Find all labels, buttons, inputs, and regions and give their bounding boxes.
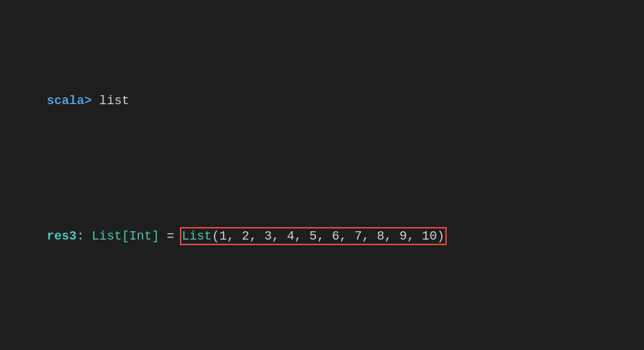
line-1: scala> list xyxy=(17,72,627,131)
cmd-list: list xyxy=(92,94,129,108)
res3-value-boxed: List(1, 2, 3, 4, 5, 6, 7, 8, 9, 10) xyxy=(182,229,445,243)
scala-prompt-1: scala> xyxy=(47,94,92,108)
res3-type: List[Int] xyxy=(84,229,159,243)
line-2: res3: List[Int] = List(1, 2, 3, 4, 5, 6,… xyxy=(17,208,627,266)
res3-eq: = xyxy=(159,229,174,243)
blank-1 xyxy=(17,343,627,350)
res3-label: res3: xyxy=(47,229,84,243)
code-display: scala> list res3: List[Int] = List(1, 2,… xyxy=(17,14,627,350)
list-keyword: List xyxy=(182,229,212,243)
res3-list-content: (1, 2, 3, 4, 5, 6, 7, 8, 9, 10) xyxy=(212,229,445,243)
